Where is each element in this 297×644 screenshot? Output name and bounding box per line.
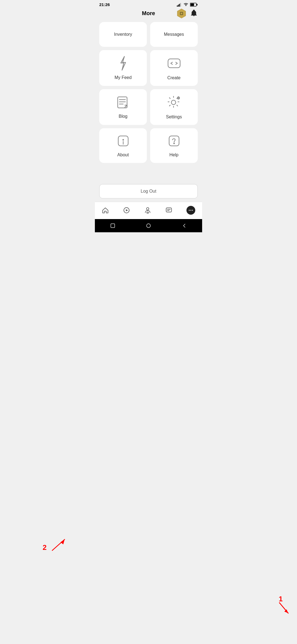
info-icon: [116, 134, 130, 149]
blog-icon: [116, 95, 130, 111]
svg-rect-0: [177, 6, 178, 7]
nav-discover[interactable]: [120, 206, 133, 215]
svg-rect-35: [111, 224, 115, 228]
blog-card[interactable]: Blog: [99, 89, 147, 125]
avatar-icon: [144, 207, 151, 214]
messages-card[interactable]: Messages: [150, 22, 198, 47]
nav-more[interactable]: [183, 205, 199, 216]
svg-rect-2: [179, 4, 180, 7]
robux-button[interactable]: [176, 8, 187, 19]
lightning-icon: [117, 56, 129, 72]
help-card[interactable]: Help: [150, 128, 198, 163]
square-icon: [110, 223, 116, 228]
svg-point-34: [192, 210, 193, 211]
notifications-button[interactable]: [190, 9, 198, 18]
android-square[interactable]: [109, 222, 116, 229]
menu-row-2: My Feed Create: [99, 50, 198, 86]
header-actions: [176, 8, 198, 19]
main-content: Inventory Messages My Feed Create: [95, 20, 202, 182]
nav-home[interactable]: [98, 206, 112, 215]
code-icon: [166, 56, 182, 72]
svg-point-33: [190, 210, 191, 211]
svg-rect-1: [178, 5, 179, 7]
blog-label: Blog: [119, 114, 127, 119]
settings-card[interactable]: Settings: [150, 89, 198, 125]
settings-label: Settings: [166, 114, 182, 119]
svg-rect-23: [169, 136, 179, 146]
nav-chat[interactable]: [162, 206, 176, 215]
my-feed-card[interactable]: My Feed: [99, 50, 147, 86]
create-card[interactable]: Create: [150, 50, 198, 86]
svg-rect-10: [181, 13, 182, 14]
android-home[interactable]: [145, 222, 152, 229]
settings-icon: [166, 95, 182, 111]
nav-avatar[interactable]: [141, 206, 155, 215]
robux-icon: [176, 8, 187, 19]
svg-point-4: [186, 5, 186, 6]
about-card[interactable]: About: [99, 128, 147, 163]
my-feed-label: My Feed: [114, 75, 131, 80]
svg-rect-11: [168, 59, 180, 68]
page-title: More: [142, 10, 155, 17]
battery-icon: [190, 3, 198, 7]
about-label: About: [117, 152, 129, 157]
more-active-icon: [186, 206, 195, 215]
status-bar: 21:26: [95, 0, 202, 8]
logout-container: Log Out: [95, 182, 202, 202]
messages-label: Messages: [164, 32, 184, 37]
help-icon: [167, 134, 181, 149]
svg-point-27: [147, 208, 149, 210]
android-nav: [95, 219, 202, 232]
play-icon: [123, 207, 130, 214]
menu-row-3: Blog Settings: [99, 89, 198, 125]
status-icons: [177, 3, 198, 7]
chat-icon: [165, 207, 172, 214]
back-icon: [182, 223, 187, 228]
inventory-card[interactable]: Inventory: [99, 22, 147, 47]
svg-point-32: [189, 210, 189, 211]
create-label: Create: [167, 75, 180, 80]
help-label: Help: [169, 152, 178, 157]
signal-icon: [177, 3, 182, 7]
circle-icon: [146, 223, 151, 228]
svg-rect-28: [147, 212, 149, 213]
svg-rect-3: [180, 3, 181, 7]
svg-rect-29: [166, 208, 172, 212]
wifi-icon: [183, 3, 188, 7]
bell-icon: [190, 9, 198, 17]
logout-button[interactable]: Log Out: [99, 184, 198, 198]
svg-point-22: [123, 140, 123, 140]
svg-point-17: [171, 100, 176, 105]
svg-point-24: [174, 143, 174, 144]
header: More: [95, 8, 202, 20]
svg-marker-26: [126, 209, 128, 211]
bottom-nav: [95, 202, 202, 219]
svg-point-36: [147, 224, 150, 228]
status-time: 21:26: [99, 2, 110, 7]
more-dots-icon: [188, 208, 194, 213]
svg-rect-7: [197, 4, 197, 6]
home-icon: [102, 207, 109, 214]
svg-rect-6: [191, 3, 194, 6]
menu-row-4: About Help: [99, 128, 198, 163]
menu-row-1: Inventory Messages: [99, 22, 198, 47]
inventory-label: Inventory: [114, 32, 132, 37]
android-back[interactable]: [181, 222, 188, 229]
